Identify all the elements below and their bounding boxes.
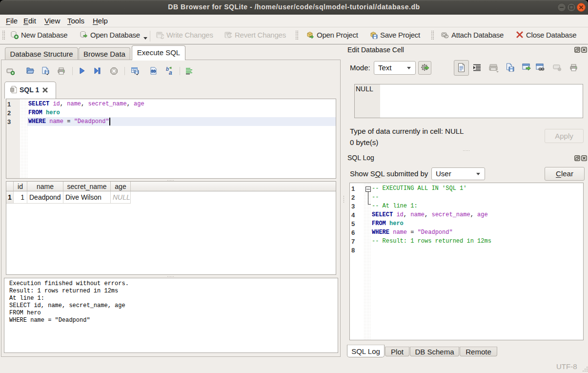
svg-text:a: a <box>169 69 172 76</box>
